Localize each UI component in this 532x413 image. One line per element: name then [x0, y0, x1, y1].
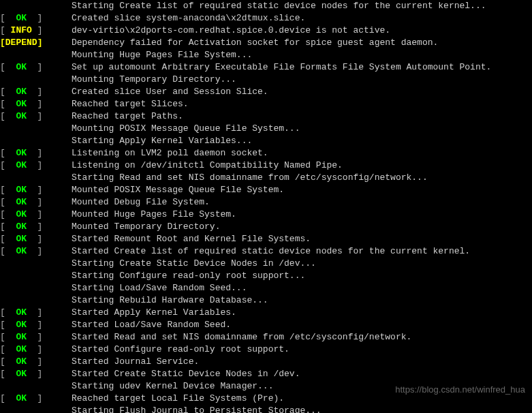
- log-status-prefix: [0, 282, 72, 294]
- log-message: Starting Read and set NIS domainname fro…: [72, 172, 428, 184]
- log-status-prefix: [0, 172, 72, 184]
- log-line: [ OK ] Reached target Slices.: [0, 98, 532, 110]
- log-status-prefix: [ OK ]: [0, 110, 72, 123]
- log-status-prefix: [0, 380, 72, 393]
- log-status-prefix: [ OK ]: [0, 356, 72, 368]
- log-message: Starting Apply Kernel Variables...: [72, 135, 252, 147]
- log-message: Started Create Static Device Nodes in /d…: [72, 368, 300, 380]
- log-message: Starting Load/Save Random Seed...: [72, 282, 247, 294]
- log-line: Starting Rebuild Hardware Database...: [0, 294, 532, 307]
- log-status-prefix: [0, 258, 72, 270]
- log-message: Started Configure read-only root support…: [72, 343, 290, 356]
- log-line: [ OK ] Listening on LVM2 poll daemon soc…: [0, 147, 532, 159]
- log-status-prefix: [ OK ]: [0, 319, 72, 331]
- log-line: [ OK ] Started Create list of required s…: [0, 245, 532, 258]
- log-status-prefix: [ OK ]: [0, 159, 72, 172]
- log-line: Starting Load/Save Random Seed...: [0, 282, 532, 294]
- watermark-text: https://blog.csdn.net/winfred_hua: [395, 384, 525, 396]
- log-message: Started Apply Kernel Variables.: [72, 307, 236, 319]
- log-line: [ OK ] Started Create Static Device Node…: [0, 368, 532, 380]
- log-message: Started Create list of required static d…: [72, 245, 470, 258]
- log-line: [ OK ] Mounted Huge Pages File System.: [0, 209, 532, 221]
- log-message: Mounting Huge Pages File System...: [72, 49, 252, 61]
- log-status-prefix: [0, 0, 72, 12]
- log-line: [ OK ] Started Journal Service.: [0, 356, 532, 368]
- log-line: Starting Apply Kernel Variables...: [0, 135, 532, 147]
- log-status-prefix: [ OK ]: [0, 196, 72, 209]
- log-status-prefix: [ OK ]: [0, 209, 72, 221]
- log-message: Starting udev Kernel Device Manager...: [72, 380, 273, 393]
- log-line: Mounting Temporary Directory...: [0, 74, 532, 86]
- log-status-prefix: [0, 270, 72, 282]
- log-message: Listening on LVM2 poll daemon socket.: [72, 147, 268, 159]
- log-line: [ OK ] Started Remount Root and Kernel F…: [0, 233, 532, 245]
- log-line: [ OK ] Reached target Paths.: [0, 110, 532, 123]
- log-message: Starting Flush Journal to Persistent Sto…: [72, 405, 322, 413]
- log-message: Created slice User and Session Slice.: [72, 86, 268, 98]
- log-status-prefix: [ INFO ]: [0, 25, 72, 37]
- log-line: [ OK ] Mounted Debug File System.: [0, 196, 532, 209]
- log-message: Mounting POSIX Message Queue File System…: [72, 123, 300, 135]
- log-status-prefix: [0, 405, 72, 413]
- log-message: Started Journal Service.: [72, 356, 199, 368]
- log-status-prefix: [0, 135, 72, 147]
- log-line: [ OK ] Mounted Temporary Directory.: [0, 221, 532, 233]
- log-status-prefix: [ OK ]: [0, 233, 72, 245]
- log-message: Reached target Paths.: [72, 110, 183, 123]
- log-status-prefix: [0, 49, 72, 61]
- log-message: Created slice system-anaconda\x2dtmux.sl…: [72, 12, 305, 25]
- log-message: Mounted Debug File System.: [72, 196, 210, 209]
- log-message: Listening on /dev/initctl Compatibility …: [72, 159, 343, 172]
- log-status-prefix: [ OK ]: [0, 61, 72, 74]
- log-status-prefix: [ OK ]: [0, 184, 72, 196]
- log-message: Starting Configure read-only root suppor…: [72, 270, 305, 282]
- log-message: Reached target Slices.: [72, 98, 189, 110]
- log-line: [ OK ] Created slice system-anaconda\x2d…: [0, 12, 532, 25]
- log-status-prefix: [ OK ]: [0, 343, 72, 356]
- log-line: Starting Create Static Device Nodes in /…: [0, 258, 532, 270]
- log-status-prefix: [0, 123, 72, 135]
- log-line: [ OK ] Started Load/Save Random Seed.: [0, 319, 532, 331]
- log-message: Starting Rebuild Hardware Database...: [72, 294, 268, 307]
- boot-log-terminal: Starting Create list of required static …: [0, 0, 532, 413]
- log-message: Mounting Temporary Directory...: [72, 74, 236, 86]
- log-message: Dependency failed for Activation socket …: [72, 37, 438, 49]
- log-status-prefix: [ OK ]: [0, 393, 72, 405]
- log-status-prefix: [0, 294, 72, 307]
- log-line: Starting Configure read-only root suppor…: [0, 270, 532, 282]
- log-message: Started Read and set NIS domainname from…: [72, 331, 411, 343]
- log-status-prefix: [ OK ]: [0, 221, 72, 233]
- log-status-prefix: [ OK ]: [0, 331, 72, 343]
- log-status-prefix: [ OK ]: [0, 368, 72, 380]
- log-line: Starting Create list of required static …: [0, 0, 532, 12]
- log-line: [ OK ] Started Read and set NIS domainna…: [0, 331, 532, 343]
- log-message: Mounted Temporary Directory.: [72, 221, 220, 233]
- log-message: Mounted Huge Pages File System.: [72, 209, 236, 221]
- log-message: Starting Create list of required static …: [72, 0, 486, 12]
- log-message: Starting Create Static Device Nodes in /…: [72, 258, 316, 270]
- log-status-prefix: [ OK ]: [0, 86, 72, 98]
- log-message: Mounted POSIX Message Queue File System.: [72, 184, 284, 196]
- log-message: Set up automount Arbitrary Executable Fi…: [72, 61, 491, 74]
- log-line: [DEPEND] Dependency failed for Activatio…: [0, 37, 532, 49]
- log-line: [ OK ] Started Configure read-only root …: [0, 343, 532, 356]
- log-status-prefix: [ OK ]: [0, 98, 72, 110]
- log-status-prefix: [0, 74, 72, 86]
- log-line: [ OK ] Set up automount Arbitrary Execut…: [0, 61, 532, 74]
- log-line: [ OK ] Listening on /dev/initctl Compati…: [0, 159, 532, 172]
- log-message: Started Load/Save Random Seed.: [72, 319, 231, 331]
- log-line: Starting Read and set NIS domainname fro…: [0, 172, 532, 184]
- log-status-prefix: [DEPEND]: [0, 37, 72, 49]
- log-line: Mounting Huge Pages File System...: [0, 49, 532, 61]
- log-line: [ OK ] Created slice User and Session Sl…: [0, 86, 532, 98]
- log-message: Reached target Local File Systems (Pre).: [72, 393, 284, 405]
- log-line: Mounting POSIX Message Queue File System…: [0, 123, 532, 135]
- log-status-prefix: [ OK ]: [0, 307, 72, 319]
- log-line: Starting Flush Journal to Persistent Sto…: [0, 405, 532, 413]
- log-line: [ INFO ] dev-virtio\x2dports-com.redhat.…: [0, 25, 532, 37]
- log-message: dev-virtio\x2dports-com.redhat.spice.0.d…: [72, 25, 390, 37]
- log-status-prefix: [ OK ]: [0, 147, 72, 159]
- log-message: Started Remount Root and Kernel File Sys…: [72, 233, 311, 245]
- log-status-prefix: [ OK ]: [0, 12, 72, 25]
- log-line: [ OK ] Mounted POSIX Message Queue File …: [0, 184, 532, 196]
